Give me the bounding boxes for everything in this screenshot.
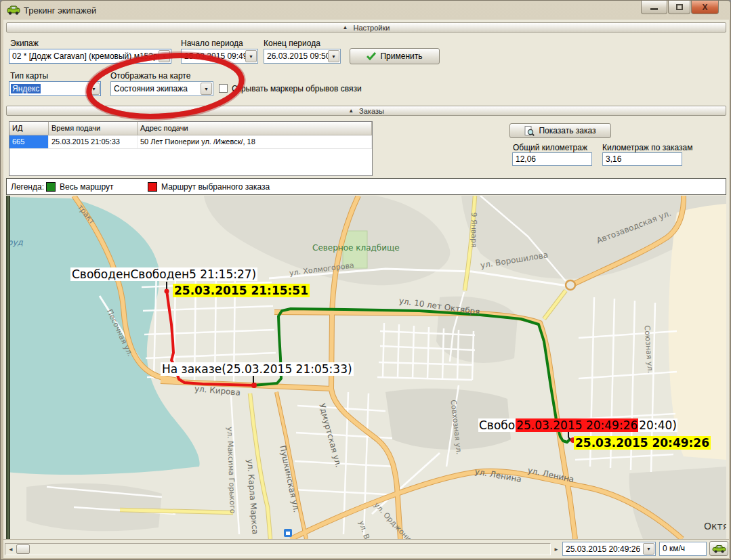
- maximize-button[interactable]: [668, 1, 690, 14]
- map-canvas[interactable]: ул. Холмогороваул. ВорошиловаАвтозаводск…: [6, 196, 726, 539]
- display-on-map-value: Состояния экипажа: [114, 84, 188, 93]
- selected-route-swatch: [148, 182, 157, 192]
- display-dropdown-button[interactable]: ▼: [201, 83, 212, 95]
- order-km-label: Километраж по заказам: [602, 143, 692, 152]
- route-marker-label: СвободенСвободен5 21:15:27): [70, 267, 257, 281]
- playback-time-dropdown-button[interactable]: ▼: [643, 543, 654, 555]
- marker-label-part: 20:40): [638, 418, 677, 432]
- map-left-edge: [6, 196, 10, 539]
- collapse-up-icon: ▲: [343, 24, 348, 30]
- street-label: Октяб: [704, 521, 726, 532]
- crew-value: 02 * [Додж Caravan] (кремовый) м152ро: [12, 51, 159, 61]
- route-marker-label: 25.03.2015 20:49:26: [574, 436, 711, 450]
- legend-bar: Легенда: Весь маршрут Маршрут выбранного…: [6, 178, 726, 195]
- route-marker-label: На заказе(25.03.2015 21:05:33): [161, 362, 354, 376]
- playback-time-value: 25.03.2015 20:49:26: [566, 544, 640, 554]
- selected-route-label: Маршрут выбранного заказа: [161, 182, 270, 192]
- close-icon: X: [702, 3, 707, 12]
- scrollbar-thumb[interactable]: [16, 544, 30, 554]
- orders-table-header: ИД Время подачи Адрес подачи: [9, 122, 372, 135]
- street-label: 9 Января: [469, 213, 478, 248]
- map-type-label: Тип карты: [10, 71, 48, 81]
- period-start-value: 25.03.2015 09:49: [184, 51, 245, 61]
- minimize-button[interactable]: [641, 1, 667, 14]
- app-window: Трекинг экипажей X ▲ Настройки Экипаж На…: [0, 0, 731, 560]
- timeline-scrollbar[interactable]: ◄: [5, 543, 551, 555]
- column-header-address[interactable]: Адрес подачи: [138, 122, 372, 135]
- scroll-right-icon[interactable]: ►: [554, 546, 559, 553]
- hide-markers-label: Скрывать маркеры обрывов связи: [232, 84, 362, 93]
- street-label: Северное кладбище: [312, 243, 400, 253]
- settings-header-label: Настройки: [353, 24, 390, 32]
- orders-group-header[interactable]: ▲ Заказы: [6, 106, 726, 116]
- total-km-label: Общий километраж: [513, 143, 587, 152]
- period-start-picker[interactable]: 25.03.2015 09:49 ▼: [181, 49, 258, 64]
- close-button[interactable]: X: [691, 1, 719, 14]
- period-end-picker[interactable]: 26.03.2015 09:50 ▼: [264, 49, 341, 64]
- display-on-map-combobox[interactable]: Состояния экипажа ▼: [110, 81, 213, 96]
- order-time-cell: 25.03.2015 21:05:33: [49, 135, 138, 148]
- period-end-value: 26.03.2015 09:50: [267, 51, 328, 61]
- client-area: ▲ Настройки Экипаж Начало периода Конец …: [3, 20, 729, 558]
- marker-label-part: 25.03.2015 20:49:26: [516, 418, 638, 432]
- magnifier-icon: [524, 126, 535, 136]
- orders-header-label: Заказы: [359, 107, 384, 115]
- minimize-icon: [650, 8, 658, 10]
- taxi-icon: [7, 4, 20, 16]
- column-header-id[interactable]: ИД: [9, 122, 49, 135]
- settings-group-header[interactable]: ▲ Настройки: [6, 22, 726, 33]
- title-bar[interactable]: Трекинг экипажей X: [1, 1, 730, 20]
- route-marker-label: 25.03.2015 21:15:51: [173, 284, 310, 297]
- period-end-label: Конец периода: [264, 39, 320, 48]
- period-end-dropdown-button[interactable]: ▼: [328, 50, 339, 62]
- route-marker-label: Свобо25.03.2015 20:49:2620:40): [478, 418, 677, 432]
- display-on-map-label: Отображать на карте: [110, 71, 190, 81]
- show-order-button[interactable]: Показать заказ: [509, 123, 611, 138]
- full-route-label: Весь маршрут: [60, 182, 114, 192]
- crew-dropdown-button[interactable]: ▼: [159, 50, 170, 62]
- order-km-field[interactable]: 3,16: [602, 152, 682, 166]
- playback-time-combobox[interactable]: 25.03.2015 20:49:26 ▼: [562, 542, 656, 556]
- order-id-cell: 665: [9, 135, 49, 148]
- hide-markers-checkbox[interactable]: [219, 84, 228, 93]
- status-bar: ◄ ► 25.03.2015 20:49:26 ▼ 0 км/ч: [3, 539, 729, 558]
- apply-label: Применить: [380, 51, 422, 61]
- apply-button[interactable]: Применить: [350, 48, 440, 64]
- maximize-icon: [676, 4, 683, 10]
- transit-stop-icon: [284, 529, 292, 537]
- orders-table: ИД Время подачи Адрес подачи 665 25.03.2…: [9, 121, 373, 176]
- scroll-left-icon[interactable]: ◄: [8, 546, 14, 553]
- collapse-up-icon: ▲: [348, 108, 354, 114]
- period-start-label: Начало периода: [181, 39, 243, 48]
- order-address-cell: 50 Лет Пионерии ул. /Ижевск/, 18: [138, 135, 372, 148]
- crew-combobox[interactable]: 02 * [Додж Caravan] (кремовый) м152ро ▼: [9, 49, 171, 64]
- car-icon: [712, 544, 726, 553]
- legend-title: Легенда:: [11, 182, 44, 192]
- marker-label-part: Свобо: [478, 418, 516, 432]
- map-type-dropdown-button[interactable]: ▼: [88, 83, 100, 95]
- period-start-dropdown-button[interactable]: ▼: [245, 50, 257, 62]
- car-button[interactable]: [709, 541, 728, 556]
- checkmark-icon: [367, 52, 376, 60]
- column-header-time[interactable]: Время подачи: [49, 122, 138, 135]
- crew-label: Экипаж: [10, 39, 39, 48]
- speed-field: 0 км/ч: [659, 542, 707, 556]
- full-route-swatch: [46, 182, 56, 192]
- table-row[interactable]: 665 25.03.2015 21:05:33 50 Лет Пионерии …: [9, 135, 372, 149]
- total-km-field[interactable]: 12,06: [512, 152, 592, 166]
- window-title: Трекинг экипажей: [24, 5, 96, 16]
- show-order-label: Показать заказ: [539, 126, 596, 135]
- map-type-combobox[interactable]: Яндекс ▼: [9, 81, 101, 96]
- map-type-value: Яндекс: [11, 84, 41, 93]
